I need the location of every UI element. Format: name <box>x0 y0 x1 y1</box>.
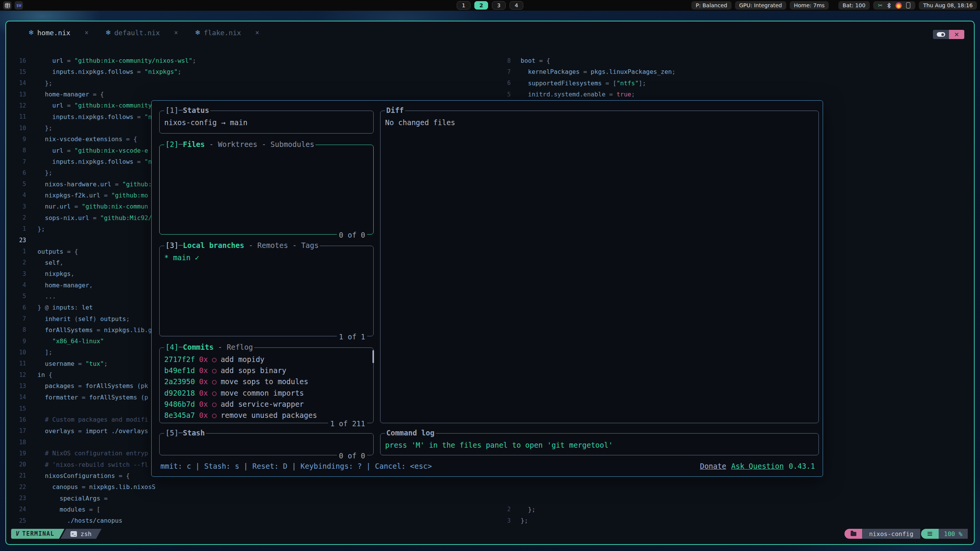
tab-list: ❄home.nix×❄default.nix×❄flake.nix× <box>28 29 259 37</box>
commit-row[interactable]: d9202180x○move common imports <box>164 387 369 398</box>
workspace-2[interactable]: 2 <box>474 1 488 10</box>
code-line: 25 ./hosts/canopus <box>6 515 497 526</box>
line-number: 20 <box>6 461 38 468</box>
session-name: nixos-config <box>862 529 920 539</box>
status-pill: Home: 7ms <box>790 1 829 10</box>
stash-panel[interactable]: [5]─Stash 0 of 0 <box>159 433 374 455</box>
commit-row[interactable]: 2717f2f0x○add mopidy <box>164 354 369 365</box>
branch-item[interactable]: * main ✓ <box>164 252 369 263</box>
pin-toggle-button[interactable] <box>933 30 949 39</box>
code-line: 13 home-manager = { <box>6 89 497 100</box>
tab-default.nix[interactable]: ❄default.nix× <box>105 29 178 37</box>
nix-snowflake-icon: ❄ <box>195 29 200 36</box>
tab-flake.nix[interactable]: ❄flake.nix× <box>195 29 259 37</box>
line-number: 17 <box>6 427 38 434</box>
code-text: }; <box>38 80 52 87</box>
code-text: forAllSystems = nixpkgs.lib.genA <box>38 326 163 334</box>
terminal-prompt-icon: >_ <box>70 531 77 537</box>
workspace-3[interactable]: 3 <box>492 1 506 10</box>
line-number: 12 <box>6 372 38 378</box>
line-number: 8 <box>6 326 38 333</box>
version-label: 0.43.1 <box>789 462 815 470</box>
lazygit-popup[interactable]: [1]─Status nixos-config → main [2]─Files… <box>151 100 823 477</box>
desktop: $W 1234 P: BalancedGPU: IntegratedHome: … <box>0 0 980 551</box>
line-number: 3 <box>6 271 38 277</box>
line-number: 2 <box>6 214 38 221</box>
code-text: nixpkgs-f2k.url = "github:mo <box>38 192 148 199</box>
line-number: 8 <box>498 57 521 64</box>
code-text: inputs.nixpkgs.follows = "n <box>38 113 152 121</box>
workspace-4[interactable]: 4 <box>510 1 523 10</box>
screenshot-scissors-icon[interactable]: ✂ <box>878 3 883 8</box>
line-number: 13 <box>6 91 38 98</box>
branches-count: 1 of 1 <box>337 333 367 341</box>
toggle-icon <box>937 32 945 37</box>
code-text: inputs.nixpkgs.follows = "nixpkgs"; <box>38 68 181 75</box>
code-text: # 'nixos-rebuild switch --fl <box>38 461 148 468</box>
tab-label: flake.nix <box>204 29 241 37</box>
code-text: nixpkgs, <box>38 270 74 277</box>
code-text: ... <box>38 293 56 300</box>
vim-mode-icon: V <box>16 530 19 537</box>
commits-scrollbar[interactable] <box>372 350 374 363</box>
command-log-panel[interactable]: Command log press 'M' in the files panel… <box>380 433 819 455</box>
wm-logo-icon[interactable]: $W <box>15 1 23 10</box>
folder-icon <box>844 529 862 539</box>
files-panel[interactable]: [2]─Files - Worktrees - Submodules 0 of … <box>159 145 374 235</box>
tab-home.nix[interactable]: ❄home.nix× <box>28 29 88 37</box>
apps-grid-icon[interactable] <box>3 1 11 10</box>
commit-row[interactable]: b49ef1d0x○add sops binary <box>164 365 369 376</box>
code-text: inputs.nixpkgs.follows = "n <box>38 158 152 165</box>
window-close-button[interactable]: ✕ <box>949 30 964 39</box>
workspaces: 1234 <box>457 1 523 10</box>
line-number: 23 <box>6 237 38 244</box>
code-text: }; <box>38 225 45 233</box>
commits-panel[interactable]: [4]─Commits - Reflog 2717f2f0x○add mopid… <box>159 347 374 423</box>
line-number: 6 <box>498 80 521 86</box>
ask-question-link[interactable]: Ask Question <box>731 462 784 470</box>
code-line: 7 kernelPackages = pkgs.linuxPackages_ze… <box>498 66 974 77</box>
line-number: 5 <box>498 91 521 98</box>
line-number: 19 <box>6 450 38 457</box>
firefox-icon[interactable] <box>895 2 902 9</box>
line-number: 4 <box>6 192 38 199</box>
bluetooth-icon[interactable] <box>887 2 891 9</box>
tab-label: home.nix <box>37 29 70 37</box>
commits-count: 1 of 211 <box>328 419 367 428</box>
code-line: 16 url = "github:nix-community/nixos-wsl… <box>6 55 497 66</box>
code-text: nur.url = "github:nix-commun <box>38 203 148 210</box>
system-tray[interactable]: ✂ <box>873 1 916 10</box>
line-number: 5 <box>6 293 38 300</box>
line-number: 1 <box>6 248 38 255</box>
code-text: nix-vscode-extensions = { <box>38 135 137 143</box>
code-text: initrd.systemd.enable = true; <box>521 91 635 98</box>
donate-link[interactable]: Donate <box>700 462 726 470</box>
tab-close-icon[interactable]: × <box>174 29 178 36</box>
line-number: 15 <box>6 405 38 412</box>
line-number: 16 <box>6 57 38 64</box>
code-text: boot = { <box>521 57 550 64</box>
line-number: 7 <box>498 68 521 75</box>
files-count: 0 of 0 <box>337 231 367 239</box>
line-number: 1 <box>6 225 38 232</box>
mode-indicator: V TERMINAL <box>11 529 64 539</box>
phone-icon[interactable] <box>906 2 910 8</box>
tab-close-icon[interactable]: × <box>255 29 259 36</box>
status-panel[interactable]: [1]─Status nixos-config → main <box>159 111 374 134</box>
scroll-percent: 100 % <box>939 529 968 539</box>
commit-row[interactable]: 9486b7d0x○add service-wrapper <box>164 398 369 409</box>
code-line: 6 supportedFilesystems = ["ntfs"]; <box>498 78 974 89</box>
code-line: 26 <box>6 526 497 527</box>
tab-close-icon[interactable]: × <box>85 29 88 36</box>
list-icon <box>921 529 939 539</box>
line-number: 8 <box>6 147 38 154</box>
diff-panel[interactable]: Diff No changed files <box>380 111 819 423</box>
line-number: 11 <box>6 360 38 367</box>
code-line: 5 initrd.systemd.enable = true; <box>498 89 974 100</box>
workspace-1[interactable]: 1 <box>457 1 470 10</box>
tab-label: default.nix <box>114 29 160 37</box>
top-status-bar: $W 1234 P: BalancedGPU: IntegratedHome: … <box>0 0 980 11</box>
branches-panel[interactable]: [3]─Local branches - Remotes - Tags * ma… <box>159 246 374 336</box>
commit-row[interactable]: 2a239500x○move sops to modules <box>164 376 369 387</box>
line-number: 18 <box>6 439 38 446</box>
